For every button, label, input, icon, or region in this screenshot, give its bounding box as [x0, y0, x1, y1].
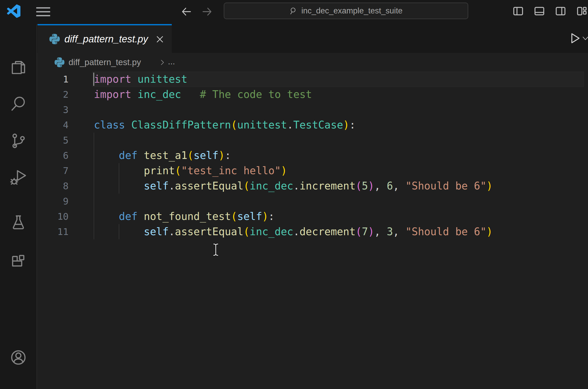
editor-tab-strip: diff_pattern_test.py [37, 24, 588, 53]
account-icon[interactable] [9, 348, 27, 367]
code-text: self.assertEqual(inc_dec.decrement(7), 3… [94, 224, 493, 239]
editor-code-area[interactable]: 1import unittest2import inc_dec # The co… [37, 72, 588, 389]
editor-line[interactable]: 4class ClassDiffPattern(unittest.TestCas… [37, 117, 588, 133]
line-number[interactable]: 1 [37, 72, 69, 87]
editor-line[interactable]: 1import unittest [37, 72, 588, 87]
code-text: class ClassDiffPattern(unittest.TestCase… [94, 117, 356, 133]
tab-diff-pattern-test[interactable]: diff_pattern_test.py [38, 24, 172, 53]
breadcrumb-file[interactable]: diff_pattern_test.py [69, 53, 141, 72]
run-play-icon[interactable] [567, 30, 582, 46]
line-number[interactable]: 8 [37, 178, 69, 194]
beaker-icon[interactable] [9, 213, 27, 232]
tab-label: diff_pattern_test.py [64, 25, 148, 53]
hamburger-menu-icon[interactable] [36, 6, 50, 17]
code-text: print("test_inc hello") [94, 163, 287, 178]
breadcrumb: diff_pattern_test.py ... [37, 53, 588, 72]
toggle-panel-icon[interactable] [533, 5, 545, 17]
code-text: import unittest [94, 72, 187, 87]
editor-line[interactable]: 10 def not_found_test(self): [37, 209, 588, 224]
chevron-down-icon[interactable] [582, 36, 588, 41]
editor-line[interactable]: 11 self.assertEqual(inc_dec.decrement(7)… [37, 224, 588, 239]
line-number[interactable]: 9 [37, 194, 69, 209]
editor-line[interactable]: 5 [37, 133, 588, 148]
editor-line[interactable]: 8 self.assertEqual(inc_dec.increment(5),… [37, 178, 588, 194]
breadcrumb-symbol-ellipsis[interactable]: ... [168, 53, 175, 72]
command-center-search[interactable]: inc_dec_example_test_suite [224, 3, 468, 19]
snake-icon[interactable] [9, 386, 27, 389]
line-number[interactable]: 5 [37, 133, 69, 148]
vscode-logo-icon [7, 4, 20, 18]
text-caret [93, 73, 94, 86]
activity-bar [0, 24, 37, 389]
customize-layout-icon[interactable] [576, 5, 588, 17]
editor-line[interactable]: 7 print("test_inc hello") [37, 163, 588, 178]
editor-line[interactable]: 3 [37, 102, 588, 117]
code-text: def test_a1(self): [94, 148, 231, 163]
arrow-left-icon[interactable] [180, 6, 192, 18]
search-icon [289, 7, 298, 15]
extensions-icon[interactable] [9, 253, 27, 271]
toggle-secondary-sidebar-icon[interactable] [555, 5, 567, 17]
line-number[interactable]: 7 [37, 163, 69, 178]
code-lines: 1import unittest2import inc_dec # The co… [37, 72, 588, 239]
editor-line[interactable]: 6 def test_a1(self): [37, 148, 588, 163]
line-number[interactable]: 10 [37, 209, 69, 224]
line-number[interactable]: 3 [37, 102, 69, 117]
toggle-primary-sidebar-icon[interactable] [512, 5, 524, 17]
line-number[interactable]: 4 [37, 117, 69, 133]
editor-line[interactable]: 2import inc_dec # The code to test [37, 87, 588, 102]
code-text: self.assertEqual(inc_dec.increment(5), 6… [94, 178, 493, 194]
search-icon[interactable] [9, 95, 27, 113]
code-text: def not_found_test(self): [94, 209, 274, 224]
line-number[interactable]: 6 [37, 148, 69, 163]
editor-line[interactable]: 9 [37, 194, 588, 209]
line-number[interactable]: 11 [37, 224, 69, 239]
close-icon[interactable] [154, 34, 165, 45]
python-icon [49, 34, 60, 44]
python-icon [55, 57, 64, 67]
title-bar: inc_dec_example_test_suite [0, 0, 588, 24]
line-number[interactable]: 2 [37, 87, 69, 102]
command-center-query: inc_dec_example_test_suite [301, 6, 403, 16]
chevron-right-icon [159, 59, 166, 66]
files-icon[interactable] [9, 58, 27, 77]
code-text: import inc_dec # The code to test [94, 87, 312, 102]
run-and-debug-icon[interactable] [9, 168, 27, 186]
arrow-right-icon[interactable] [201, 6, 213, 18]
source-control-icon[interactable] [9, 132, 27, 150]
